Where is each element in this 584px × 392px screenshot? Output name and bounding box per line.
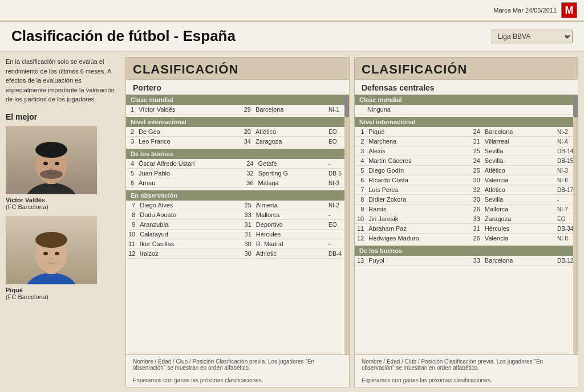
- row-name: Iker Casillas: [137, 239, 241, 249]
- row-club: Sevilla: [482, 146, 555, 156]
- row-name: Calatayud: [137, 230, 241, 239]
- row-club: [482, 105, 555, 115]
- marca-date: Marca Mar 24/05/2011: [493, 7, 557, 14]
- row-age: 33: [470, 256, 482, 266]
- row-name: Óscar Alfredo Ustari: [136, 159, 244, 169]
- table-row: 1 Víctor Valdés 29 Barcelona NI-1: [126, 105, 349, 115]
- league-select-wrapper[interactable]: Liga BBVA Segunda División: [492, 30, 573, 43]
- player-caption-1: Victor Valdés (FC Barcelona): [6, 197, 120, 210]
- row-age: [469, 105, 482, 115]
- row-name: Puyol: [366, 256, 470, 266]
- player-photo-2: [6, 216, 97, 284]
- scroll-track-left[interactable]: [344, 95, 349, 354]
- sidebar: En la clasificación solo se evalúa el re…: [6, 57, 120, 387]
- scroll-track-right[interactable]: [573, 95, 578, 354]
- svg-point-8: [26, 273, 77, 284]
- row-age: 29: [241, 105, 253, 115]
- table-row: 8 Dudu Aouate 33 Mallorca -: [126, 210, 349, 220]
- scroll-thumb-right[interactable]: [573, 95, 578, 117]
- row-age: 25: [241, 201, 254, 210]
- scroll-thumb-left[interactable]: [344, 95, 349, 117]
- row-name: Ricardo Costa: [366, 175, 470, 185]
- row-age: 20: [241, 127, 253, 137]
- section-nivel-int-1: Nivel internacional: [126, 117, 349, 127]
- player-club-2: (FC Barcelona): [6, 293, 48, 300]
- row-name: Luis Perea: [366, 185, 470, 195]
- panel-defensas-content[interactable]: Clase mundial Ninguna: [355, 95, 578, 354]
- svg-point-6: [50, 168, 53, 170]
- table-row: 2 De Gea 20 Atlético EO: [126, 127, 349, 137]
- row-age: 31: [470, 137, 482, 146]
- row-name: Didier Zokora: [366, 195, 470, 205]
- table-row: 1 Piqué 24 Barcelona NI-2: [355, 127, 578, 137]
- row-num: 9: [126, 220, 137, 230]
- table-row: 4 Óscar Alfredo Ustari 24 Getafe -: [126, 159, 349, 169]
- row-num: 2: [355, 137, 366, 146]
- row-name: Iraizoz: [137, 249, 241, 259]
- league-select[interactable]: Liga BBVA Segunda División: [492, 30, 573, 43]
- footer-text-2: Esperamos con ganas las próximas clasifi…: [133, 377, 342, 383]
- row-num: 8: [126, 210, 137, 220]
- row-name: Abraham Paz: [366, 224, 470, 234]
- footer-text-4: Esperamos con ganas las próximas clasifi…: [362, 377, 571, 383]
- player-name-1: Victor Valdés: [6, 197, 45, 203]
- panel-portero: CLASIFICACIÓN Portero Clase mundial 1 Ví…: [125, 57, 350, 387]
- svg-point-13: [55, 252, 59, 255]
- table-buenos-1: 4 Óscar Alfredo Ustari 24 Getafe - 5 Jua…: [126, 159, 349, 188]
- table-row: 7 Diego Alves 25 Almería NI-2: [126, 201, 349, 210]
- row-club: Mallorca: [482, 205, 555, 214]
- table-row: 3 Leo Franco 34 Zaragoza EO: [126, 137, 349, 146]
- row-age: 31: [470, 224, 482, 234]
- section-observacion-1: En observación: [126, 190, 349, 201]
- table-row: 10 Calatayud 31 Hércules -: [126, 230, 349, 239]
- table-row: 5 Diego Godín 25 Atlético NI-3: [355, 166, 578, 175]
- svg-point-12: [43, 252, 48, 255]
- row-name: Aranzubía: [137, 220, 241, 230]
- row-age: 30: [241, 239, 254, 249]
- row-name: Hedwiges Maduro: [366, 234, 470, 243]
- row-name: De Gea: [136, 127, 241, 137]
- row-name: Jiri Jarosik: [366, 214, 470, 224]
- row-name: Diego Godín: [366, 166, 470, 175]
- row-num: 8: [355, 195, 366, 205]
- row-num: 9: [355, 205, 366, 214]
- panel-portero-subtitle: Portero: [126, 80, 349, 95]
- row-name: Piqué: [366, 127, 470, 137]
- row-num: 11: [355, 224, 366, 234]
- row-club: Hércules: [254, 230, 326, 239]
- row-num: 7: [355, 185, 366, 195]
- row-club: Sporting G: [256, 169, 326, 178]
- row-num: 10: [355, 214, 366, 224]
- row-club: Zaragoza: [482, 214, 555, 224]
- row-num: 6: [126, 178, 136, 188]
- table-row: Ninguna: [355, 105, 578, 115]
- row-age: 25: [470, 146, 482, 156]
- row-club: R. Madrid: [254, 239, 326, 249]
- panel-portero-title: CLASIFICACIÓN: [133, 62, 342, 77]
- section-buenos-1: De los buenos: [126, 149, 349, 159]
- row-club: Atlético: [253, 127, 326, 137]
- row-club: Sevilla: [482, 195, 555, 205]
- row-club: Barcelona: [482, 127, 555, 137]
- page-title: Clasificación de fútbol - España: [11, 27, 236, 45]
- table-clase-mundial-1: 1 Víctor Valdés 29 Barcelona NI-1: [126, 105, 349, 115]
- content-area: En la clasificación solo se evalúa el re…: [0, 51, 584, 392]
- table-row: 7 Luis Perea 32 Atlético DB-17: [355, 185, 578, 195]
- row-club: Málaga: [256, 178, 326, 188]
- row-num: 11: [126, 239, 137, 249]
- section-buenos-2: De los buenos: [355, 246, 578, 256]
- table-row: 2 Marchena 31 Villarreal NI-4: [355, 137, 578, 146]
- panel-portero-content[interactable]: Clase mundial 1 Víctor Valdés 29 Barcelo…: [126, 95, 349, 354]
- table-row: 4 Martín Cáceres 24 Sevilla DB-15: [355, 156, 578, 166]
- svg-point-0: [26, 183, 77, 194]
- panel-defensas-title: CLASIFICACIÓN: [362, 62, 571, 77]
- svg-point-14: [50, 258, 53, 260]
- marca-logo: Marca Mar 24/05/2011 M: [493, 2, 577, 18]
- league-selector: Liga BBVA Segunda División: [492, 30, 573, 43]
- table-row: 13 Puyol 33 Barcelona DB-12: [355, 256, 578, 266]
- row-name: Víctor Valdés: [136, 105, 241, 115]
- panel-defensas-header: CLASIFICACIÓN: [355, 58, 578, 80]
- row-num: 10: [126, 230, 137, 239]
- row-club: Athletic: [254, 249, 326, 259]
- panel-defensas-scroll: Clase mundial Ninguna: [355, 95, 578, 354]
